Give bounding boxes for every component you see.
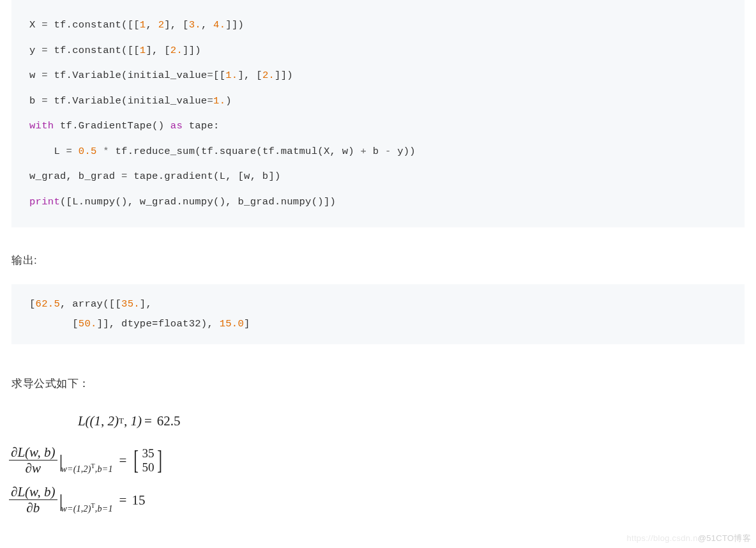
code-block-output: [62.5, array([[35.], [50.]], dtype=float… — [11, 284, 745, 344]
math-equations: L((1, 2)T, 1) = 62.5 ∂L(w, b) ∂w | w=(1,… — [8, 402, 748, 519]
math-row-loss: L((1, 2)T, 1) = 62.5 — [8, 402, 748, 439]
derivative-label: 求导公式如下： — [11, 376, 745, 391]
output-label: 输出: — [11, 253, 745, 268]
math-row-dw: ∂L(w, b) ∂w | w=(1,2)T,b=1 = [ 35 50 ] — [8, 442, 748, 479]
code-block-source: X = tf.constant([[1, 2], [3., 4.]]) y = … — [11, 0, 745, 227]
math-row-db: ∂L(w, b) ∂b | w=(1,2)T,b=1 = 15 — [8, 482, 748, 519]
